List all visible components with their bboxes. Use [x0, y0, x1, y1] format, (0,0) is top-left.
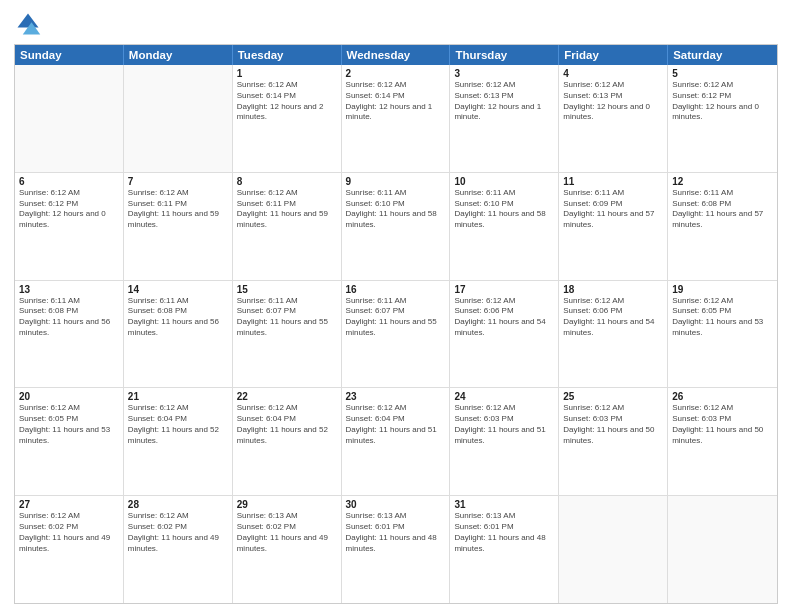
cell-info: Sunrise: 6:12 AM Sunset: 6:06 PM Dayligh… [563, 296, 663, 339]
cell-info: Sunrise: 6:12 AM Sunset: 6:12 PM Dayligh… [19, 188, 119, 231]
calendar-cell-12: 12Sunrise: 6:11 AM Sunset: 6:08 PM Dayli… [668, 173, 777, 280]
calendar-cell-11: 11Sunrise: 6:11 AM Sunset: 6:09 PM Dayli… [559, 173, 668, 280]
cell-day-number: 19 [672, 284, 773, 295]
calendar-row-0: 1Sunrise: 6:12 AM Sunset: 6:14 PM Daylig… [15, 65, 777, 172]
cell-day-number: 7 [128, 176, 228, 187]
calendar-cell-3: 3Sunrise: 6:12 AM Sunset: 6:13 PM Daylig… [450, 65, 559, 172]
weekday-header-wednesday: Wednesday [342, 45, 451, 65]
cell-day-number: 26 [672, 391, 773, 402]
cell-info: Sunrise: 6:12 AM Sunset: 6:05 PM Dayligh… [19, 403, 119, 446]
cell-day-number: 16 [346, 284, 446, 295]
cell-day-number: 10 [454, 176, 554, 187]
cell-day-number: 14 [128, 284, 228, 295]
calendar-row-2: 13Sunrise: 6:11 AM Sunset: 6:08 PM Dayli… [15, 280, 777, 388]
calendar-cell-20: 20Sunrise: 6:12 AM Sunset: 6:05 PM Dayli… [15, 388, 124, 495]
cell-day-number: 3 [454, 68, 554, 79]
cell-day-number: 13 [19, 284, 119, 295]
cell-day-number: 29 [237, 499, 337, 510]
weekday-header-friday: Friday [559, 45, 668, 65]
cell-day-number: 22 [237, 391, 337, 402]
cell-info: Sunrise: 6:12 AM Sunset: 6:02 PM Dayligh… [19, 511, 119, 554]
calendar-cell-18: 18Sunrise: 6:12 AM Sunset: 6:06 PM Dayli… [559, 281, 668, 388]
cell-day-number: 11 [563, 176, 663, 187]
calendar-cell-27: 27Sunrise: 6:12 AM Sunset: 6:02 PM Dayli… [15, 496, 124, 603]
cell-info: Sunrise: 6:13 AM Sunset: 6:01 PM Dayligh… [454, 511, 554, 554]
cell-day-number: 5 [672, 68, 773, 79]
svg-marker-0 [18, 14, 39, 28]
cell-info: Sunrise: 6:11 AM Sunset: 6:09 PM Dayligh… [563, 188, 663, 231]
cell-info: Sunrise: 6:11 AM Sunset: 6:10 PM Dayligh… [346, 188, 446, 231]
calendar-cell-22: 22Sunrise: 6:12 AM Sunset: 6:04 PM Dayli… [233, 388, 342, 495]
calendar-cell-26: 26Sunrise: 6:12 AM Sunset: 6:03 PM Dayli… [668, 388, 777, 495]
logo [14, 10, 46, 38]
cell-day-number: 30 [346, 499, 446, 510]
calendar-cell-2: 2Sunrise: 6:12 AM Sunset: 6:14 PM Daylig… [342, 65, 451, 172]
cell-day-number: 28 [128, 499, 228, 510]
cell-day-number: 20 [19, 391, 119, 402]
cell-info: Sunrise: 6:11 AM Sunset: 6:07 PM Dayligh… [346, 296, 446, 339]
calendar-cell-30: 30Sunrise: 6:13 AM Sunset: 6:01 PM Dayli… [342, 496, 451, 603]
cell-info: Sunrise: 6:11 AM Sunset: 6:08 PM Dayligh… [672, 188, 773, 231]
calendar-cell-29: 29Sunrise: 6:13 AM Sunset: 6:02 PM Dayli… [233, 496, 342, 603]
calendar-cell-24: 24Sunrise: 6:12 AM Sunset: 6:03 PM Dayli… [450, 388, 559, 495]
cell-info: Sunrise: 6:12 AM Sunset: 6:04 PM Dayligh… [128, 403, 228, 446]
cell-info: Sunrise: 6:12 AM Sunset: 6:14 PM Dayligh… [346, 80, 446, 123]
calendar-cell-28: 28Sunrise: 6:12 AM Sunset: 6:02 PM Dayli… [124, 496, 233, 603]
weekday-header-monday: Monday [124, 45, 233, 65]
calendar-cell-4: 4Sunrise: 6:12 AM Sunset: 6:13 PM Daylig… [559, 65, 668, 172]
header [14, 10, 778, 38]
cell-day-number: 8 [237, 176, 337, 187]
cell-day-number: 21 [128, 391, 228, 402]
calendar-cell-19: 19Sunrise: 6:12 AM Sunset: 6:05 PM Dayli… [668, 281, 777, 388]
calendar: SundayMondayTuesdayWednesdayThursdayFrid… [14, 44, 778, 604]
calendar-row-4: 27Sunrise: 6:12 AM Sunset: 6:02 PM Dayli… [15, 495, 777, 603]
cell-info: Sunrise: 6:12 AM Sunset: 6:06 PM Dayligh… [454, 296, 554, 339]
cell-info: Sunrise: 6:13 AM Sunset: 6:01 PM Dayligh… [346, 511, 446, 554]
calendar-cell-16: 16Sunrise: 6:11 AM Sunset: 6:07 PM Dayli… [342, 281, 451, 388]
cell-day-number: 23 [346, 391, 446, 402]
cell-info: Sunrise: 6:12 AM Sunset: 6:03 PM Dayligh… [454, 403, 554, 446]
cell-info: Sunrise: 6:12 AM Sunset: 6:04 PM Dayligh… [237, 403, 337, 446]
calendar-cell-31: 31Sunrise: 6:13 AM Sunset: 6:01 PM Dayli… [450, 496, 559, 603]
cell-day-number: 15 [237, 284, 337, 295]
cell-day-number: 6 [19, 176, 119, 187]
calendar-cell-17: 17Sunrise: 6:12 AM Sunset: 6:06 PM Dayli… [450, 281, 559, 388]
cell-info: Sunrise: 6:11 AM Sunset: 6:08 PM Dayligh… [128, 296, 228, 339]
cell-day-number: 31 [454, 499, 554, 510]
calendar-row-1: 6Sunrise: 6:12 AM Sunset: 6:12 PM Daylig… [15, 172, 777, 280]
calendar-cell-14: 14Sunrise: 6:11 AM Sunset: 6:08 PM Dayli… [124, 281, 233, 388]
cell-info: Sunrise: 6:12 AM Sunset: 6:12 PM Dayligh… [672, 80, 773, 123]
weekday-header-tuesday: Tuesday [233, 45, 342, 65]
calendar-cell-10: 10Sunrise: 6:11 AM Sunset: 6:10 PM Dayli… [450, 173, 559, 280]
cell-info: Sunrise: 6:11 AM Sunset: 6:07 PM Dayligh… [237, 296, 337, 339]
cell-day-number: 24 [454, 391, 554, 402]
cell-info: Sunrise: 6:12 AM Sunset: 6:13 PM Dayligh… [563, 80, 663, 123]
page: SundayMondayTuesdayWednesdayThursdayFrid… [0, 0, 792, 612]
cell-info: Sunrise: 6:11 AM Sunset: 6:08 PM Dayligh… [19, 296, 119, 339]
calendar-cell-5: 5Sunrise: 6:12 AM Sunset: 6:12 PM Daylig… [668, 65, 777, 172]
calendar-cell-1: 1Sunrise: 6:12 AM Sunset: 6:14 PM Daylig… [233, 65, 342, 172]
cell-info: Sunrise: 6:12 AM Sunset: 6:13 PM Dayligh… [454, 80, 554, 123]
calendar-cell-23: 23Sunrise: 6:12 AM Sunset: 6:04 PM Dayli… [342, 388, 451, 495]
cell-info: Sunrise: 6:12 AM Sunset: 6:11 PM Dayligh… [128, 188, 228, 231]
cell-day-number: 4 [563, 68, 663, 79]
cell-info: Sunrise: 6:12 AM Sunset: 6:14 PM Dayligh… [237, 80, 337, 123]
cell-day-number: 1 [237, 68, 337, 79]
calendar-cell-empty-4-5 [559, 496, 668, 603]
logo-icon [14, 10, 42, 38]
calendar-cell-8: 8Sunrise: 6:12 AM Sunset: 6:11 PM Daylig… [233, 173, 342, 280]
calendar-row-3: 20Sunrise: 6:12 AM Sunset: 6:05 PM Dayli… [15, 387, 777, 495]
calendar-cell-21: 21Sunrise: 6:12 AM Sunset: 6:04 PM Dayli… [124, 388, 233, 495]
cell-day-number: 12 [672, 176, 773, 187]
calendar-cell-9: 9Sunrise: 6:11 AM Sunset: 6:10 PM Daylig… [342, 173, 451, 280]
cell-info: Sunrise: 6:12 AM Sunset: 6:03 PM Dayligh… [672, 403, 773, 446]
cell-day-number: 27 [19, 499, 119, 510]
cell-day-number: 18 [563, 284, 663, 295]
cell-info: Sunrise: 6:12 AM Sunset: 6:05 PM Dayligh… [672, 296, 773, 339]
cell-info: Sunrise: 6:12 AM Sunset: 6:03 PM Dayligh… [563, 403, 663, 446]
calendar-header: SundayMondayTuesdayWednesdayThursdayFrid… [15, 45, 777, 65]
calendar-cell-15: 15Sunrise: 6:11 AM Sunset: 6:07 PM Dayli… [233, 281, 342, 388]
weekday-header-thursday: Thursday [450, 45, 559, 65]
cell-info: Sunrise: 6:12 AM Sunset: 6:11 PM Dayligh… [237, 188, 337, 231]
cell-info: Sunrise: 6:12 AM Sunset: 6:04 PM Dayligh… [346, 403, 446, 446]
